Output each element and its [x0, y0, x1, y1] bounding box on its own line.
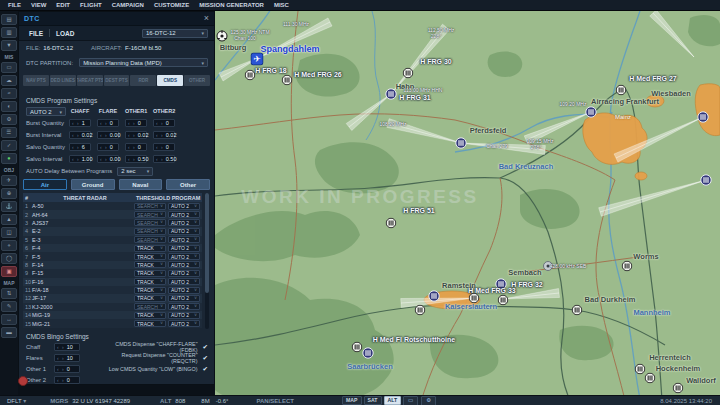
table-row-e-2[interactable]: 4E-2SEARCH˅AUTO 2˅: [23, 227, 202, 235]
threshold-dropdown[interactable]: TRACK˅: [134, 245, 166, 252]
threshold-dropdown[interactable]: SEARCH˅: [134, 219, 166, 226]
program-dropdown[interactable]: AUTO 2˅: [168, 320, 200, 327]
table-row-jf-17[interactable]: 12JF-17TRACK˅AUTO 2˅: [23, 294, 202, 302]
ndb-icon[interactable]: [543, 261, 553, 271]
heliport-icon[interactable]: [403, 68, 414, 79]
table-row-kj-2000[interactable]: 13KJ-2000SEARCH˅AUTO 2˅: [23, 303, 202, 311]
airfield-icon[interactable]: [697, 111, 709, 123]
heliport-icon[interactable]: [245, 70, 256, 81]
threshold-dropdown[interactable]: TRACK˅: [134, 287, 166, 294]
dtc-tab-dest-pts[interactable]: DEST PTS: [104, 75, 130, 86]
file-menu-button[interactable]: FILE: [25, 30, 47, 37]
table-row-f-5[interactable]: 7F-5TRACK˅AUTO 2˅: [23, 252, 202, 260]
checkbox-checked-icon[interactable]: ✔: [203, 343, 208, 351]
program-dropdown[interactable]: AUTO 2˅: [168, 236, 200, 243]
stepper-arrows-icon[interactable]: ‹ ›: [57, 366, 65, 372]
new-mission-button[interactable]: ▤: [1, 14, 17, 25]
airfield-icon[interactable]: [362, 347, 374, 359]
close-icon[interactable]: ×: [204, 14, 209, 23]
program-dropdown[interactable]: AUTO 2˅: [168, 253, 200, 260]
stepper-arrows-icon[interactable]: ‹ ›: [128, 120, 136, 126]
stepper-arrows-icon[interactable]: ‹ ›: [128, 156, 136, 162]
profile-dropdown[interactable]: DFLT ▾: [7, 397, 26, 404]
aircraft-button[interactable]: ✈: [1, 175, 17, 186]
stepper-arrows-icon[interactable]: ‹ ›: [156, 132, 164, 138]
heliport-icon[interactable]: [386, 218, 397, 229]
threshold-dropdown[interactable]: TRACK˅: [134, 312, 166, 319]
program-dropdown[interactable]: AUTO 2˅: [168, 261, 200, 268]
checkbox-checked-icon[interactable]: ✔: [203, 354, 208, 362]
checkbox-checked-icon[interactable]: ✔: [203, 365, 208, 373]
airfield-icon[interactable]: [385, 88, 397, 100]
menu-edit[interactable]: EDIT: [51, 2, 75, 8]
cmds-value-cell-burst-interval-flare[interactable]: ‹ ›0.00: [97, 131, 119, 139]
cmds-value-cell-burst-quantity-chaff[interactable]: ‹ ›1: [69, 119, 91, 127]
menu-flight[interactable]: FLIGHT: [75, 2, 107, 8]
heliport-icon[interactable]: [622, 261, 633, 272]
program-dropdown[interactable]: AUTO 2˅: [168, 287, 200, 294]
airfield-icon[interactable]: [428, 290, 440, 302]
threshold-dropdown[interactable]: SEARCH˅: [134, 228, 166, 235]
program-dropdown[interactable]: AUTO 2˅: [168, 303, 200, 310]
menu-campaign[interactable]: CAMPAIGN: [107, 2, 149, 8]
cmds-value-cell-salvo-interval-flare[interactable]: ‹ ›0.00: [97, 155, 119, 163]
options-button[interactable]: ⚙: [1, 114, 17, 125]
stepper-arrows-icon[interactable]: ‹ ›: [100, 120, 108, 126]
bingo-option-low-cmds-quantity[interactable]: Low CMDS Quantity "LOW" (BINGO)✔: [99, 364, 208, 375]
heliport-icon[interactable]: [673, 383, 684, 394]
stepper-arrows-icon[interactable]: ‹ ›: [57, 377, 65, 383]
settings-gear-button[interactable]: ⚙: [421, 396, 436, 405]
table-row-f-14[interactable]: 8F-14TRACK˅AUTO 2˅: [23, 261, 202, 269]
table-row-f-16[interactable]: 10F-16TRACK˅AUTO 2˅: [23, 278, 202, 286]
program-dropdown[interactable]: AUTO 2˅: [168, 278, 200, 285]
map-viewport[interactable]: SpangdahlemBitburgHahnPferdsfeldWiesbade…: [215, 11, 720, 395]
player-icon[interactable]: ✈: [251, 53, 264, 66]
heliport-icon[interactable]: [282, 75, 293, 86]
validate-button[interactable]: ✓: [1, 140, 17, 151]
table-row-f-a-18[interactable]: 11F/A-18TRACK˅AUTO 2˅: [23, 286, 202, 294]
cmds-value-cell-salvo-quantity-other1[interactable]: ‹ ›0: [125, 143, 147, 151]
bingo-option-cmds-dispense-cha[interactable]: CMDS Dispense "CHAFF-FLARE" (FDBK)✔: [99, 342, 208, 353]
threat-tab-air[interactable]: Air: [23, 179, 67, 190]
open-mission-button[interactable]: ▥: [1, 27, 17, 38]
table-row-ajs37[interactable]: 3AJS37SEARCH˅AUTO 2˅: [23, 219, 202, 227]
stepper-arrows-icon[interactable]: ‹ ›: [100, 132, 108, 138]
cmds-value-cell-salvo-interval-other2[interactable]: ‹ ›0.50: [153, 155, 175, 163]
menu-misc[interactable]: MISC: [269, 2, 294, 8]
cmds-value-cell-salvo-interval-other1[interactable]: ‹ ›0.50: [125, 155, 147, 163]
layer-button-alt[interactable]: ALT: [384, 396, 402, 405]
stepper-arrows-icon[interactable]: ‹ ›: [57, 355, 65, 361]
table-scrollbar-thumb[interactable]: [205, 193, 209, 293]
wind-button[interactable]: ≈: [1, 88, 17, 99]
table-row-f-15[interactable]: 9F-15TRACK˅AUTO 2˅: [23, 269, 202, 277]
tacan-icon[interactable]: [216, 30, 228, 42]
time-button[interactable]: ◐: [1, 101, 17, 112]
cmds-value-cell-burst-quantity-other1[interactable]: ‹ ›0: [125, 119, 147, 127]
threat-tab-naval[interactable]: Naval: [119, 179, 163, 190]
program-dropdown[interactable]: AUTO 2˅: [168, 211, 200, 218]
status-indicator-button[interactable]: ●: [1, 153, 17, 164]
threat-tab-other[interactable]: Other: [166, 179, 210, 190]
dtc-window-titlebar[interactable]: DTC ×: [19, 12, 214, 26]
stepper-arrows-icon[interactable]: ‹ ›: [72, 132, 80, 138]
menu-view[interactable]: VIEW: [26, 2, 51, 8]
cmds-program-dropdown[interactable]: AUTO 2 ▾: [26, 107, 66, 116]
heliport-icon[interactable]: [498, 295, 509, 306]
static-object-button[interactable]: ◫: [1, 227, 17, 238]
dtc-tab-rdr[interactable]: RDR: [130, 75, 156, 86]
program-dropdown[interactable]: AUTO 2˅: [168, 270, 200, 277]
heliport-icon[interactable]: [469, 293, 480, 304]
cmds-value-cell-burst-quantity-other2[interactable]: ‹ ›0: [153, 119, 175, 127]
stepper-arrows-icon[interactable]: ‹ ›: [100, 156, 108, 162]
cmds-value-cell-salvo-interval-chaff[interactable]: ‹ ›1.00: [69, 155, 91, 163]
cmds-value-cell-burst-interval-other1[interactable]: ‹ ›0.02: [125, 131, 147, 139]
draw-button[interactable]: ✎: [1, 301, 17, 312]
bingo-value-cell-flares[interactable]: ‹ ›10: [54, 354, 80, 362]
cmds-value-cell-burst-interval-other2[interactable]: ‹ ›0.02: [153, 131, 175, 139]
table-row-a-50[interactable]: 1A-50SEARCH˅AUTO 2˅: [23, 202, 202, 210]
cmds-value-cell-burst-quantity-flare[interactable]: ‹ ›0: [97, 119, 119, 127]
helicopter-button[interactable]: ⊕: [1, 188, 17, 199]
threshold-dropdown[interactable]: SEARCH˅: [134, 211, 166, 218]
threshold-dropdown[interactable]: SEARCH˅: [134, 303, 166, 310]
heliport-icon[interactable]: [645, 373, 656, 384]
